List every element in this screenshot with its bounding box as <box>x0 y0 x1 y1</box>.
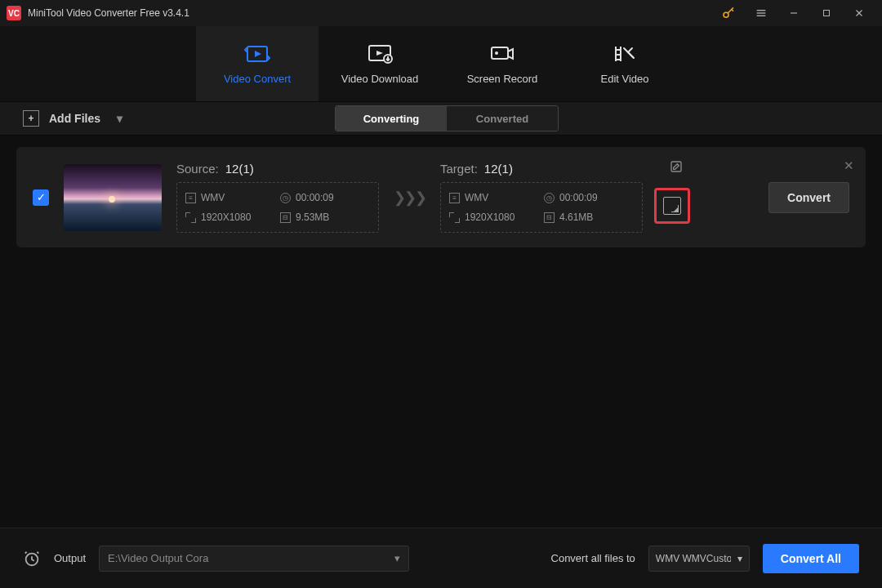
source-size: 9.53MB <box>296 212 329 223</box>
app-logo-icon: VC <box>7 6 21 20</box>
tab-label: Edit Video <box>600 73 648 85</box>
resolution-icon <box>449 212 460 223</box>
format-select-value: WMV WMVCustom <box>656 553 731 564</box>
chevron-down-icon: ▾ <box>117 112 122 125</box>
list-item: ✓ Source: 12(1) ≡WMV ◷00:00:09 1920X1080… <box>16 147 866 247</box>
chevron-down-icon: ▾ <box>737 553 742 564</box>
resolution-icon <box>185 212 196 223</box>
add-plus-icon: + <box>23 110 39 127</box>
chevron-down-icon: ▾ <box>394 552 400 564</box>
close-button[interactable] <box>843 0 875 26</box>
maximize-button[interactable] <box>810 0 843 26</box>
tab-edit-video[interactable]: Edit Video <box>564 26 686 101</box>
target-block: Target: 12(1) ≡WMV ◷00:00:09 1920X1080 ⊟… <box>440 162 643 233</box>
output-path-value: E:\Video Output Cora <box>108 552 208 564</box>
target-filename: 12(1) <box>484 162 513 176</box>
target-format: WMV <box>465 192 488 203</box>
toolbar: + Add Files ▾ Converting Converted <box>0 101 882 136</box>
tab-label: Video Convert <box>224 73 291 85</box>
source-specs: ≡WMV ◷00:00:09 1920X1080 ⊟9.53MB <box>176 182 379 233</box>
remove-item-button[interactable]: ✕ <box>844 158 854 173</box>
edit-target-icon[interactable] <box>670 160 683 173</box>
svg-rect-13 <box>671 162 681 172</box>
source-resolution: 1920X1080 <box>201 212 251 223</box>
clock-icon: ◷ <box>280 193 291 203</box>
tab-video-download[interactable]: Video Download <box>318 26 441 101</box>
target-resolution: 1920X1080 <box>465 212 514 223</box>
source-format: WMV <box>201 192 225 203</box>
add-files-label: Add Files <box>49 112 100 125</box>
tab-video-convert[interactable]: Video Convert <box>196 26 318 101</box>
window-title: MiniTool Video Converter Free v3.4.1 <box>28 7 189 19</box>
convert-all-to-label: Convert all files to <box>551 552 635 564</box>
minimize-button[interactable] <box>777 0 810 26</box>
convert-icon <box>243 43 271 65</box>
seg-converting[interactable]: Converting <box>336 106 447 131</box>
file-list: ✓ Source: 12(1) ≡WMV ◷00:00:09 1920X1080… <box>0 136 882 528</box>
svg-rect-11 <box>492 47 508 59</box>
schedule-icon[interactable] <box>23 550 41 568</box>
svg-point-12 <box>495 51 498 55</box>
arrow-separator-icon: ❯❯❯ <box>394 189 425 207</box>
target-label: Target: <box>440 162 478 176</box>
main-nav: Video Convert Video Download Screen Reco… <box>0 26 882 101</box>
target-size: 4.61MB <box>559 212 593 223</box>
size-icon: ⊟ <box>280 212 291 223</box>
source-block: Source: 12(1) ≡WMV ◷00:00:09 1920X1080 ⊟… <box>176 162 379 233</box>
download-icon <box>366 43 394 65</box>
target-specs: ≡WMV ◷00:00:09 1920X1080 ⊟4.61MB <box>440 182 643 233</box>
source-filename: 12(1) <box>225 162 254 176</box>
svg-point-0 <box>724 12 728 17</box>
menu-icon[interactable] <box>745 0 777 26</box>
clock-icon: ◷ <box>544 193 555 203</box>
format-icon: ≡ <box>449 193 460 203</box>
source-duration: 00:00:09 <box>296 192 334 203</box>
add-files-button[interactable]: + Add Files ▾ <box>23 110 122 127</box>
tab-label: Screen Record <box>467 73 538 85</box>
footer-bar: Output E:\Video Output Cora ▾ Convert al… <box>0 528 882 588</box>
edit-video-icon <box>611 43 639 65</box>
target-format-select[interactable]: WMV WMVCustom ▾ <box>648 546 750 572</box>
target-duration: 00:00:09 <box>559 192 598 203</box>
upgrade-key-icon[interactable] <box>712 0 745 26</box>
output-label: Output <box>54 552 86 564</box>
tab-screen-record[interactable]: Screen Record <box>441 26 564 101</box>
seg-converted[interactable]: Converted <box>447 106 558 131</box>
titlebar: VC MiniTool Video Converter Free v3.4.1 <box>0 0 882 26</box>
svg-rect-5 <box>824 11 830 16</box>
compress-settings-button[interactable] <box>654 188 690 224</box>
output-path-select[interactable]: E:\Video Output Cora ▾ <box>99 546 409 572</box>
convert-button[interactable]: Convert <box>768 182 849 213</box>
convert-all-button[interactable]: Convert All <box>763 544 859 573</box>
video-thumbnail[interactable] <box>64 164 162 231</box>
size-icon: ⊟ <box>544 212 555 223</box>
tab-label: Video Download <box>341 73 418 85</box>
format-icon: ≡ <box>185 193 196 203</box>
status-segment: Converting Converted <box>335 105 559 131</box>
source-label: Source: <box>176 162 219 176</box>
record-icon <box>488 43 516 65</box>
item-checkbox[interactable]: ✓ <box>33 189 49 206</box>
